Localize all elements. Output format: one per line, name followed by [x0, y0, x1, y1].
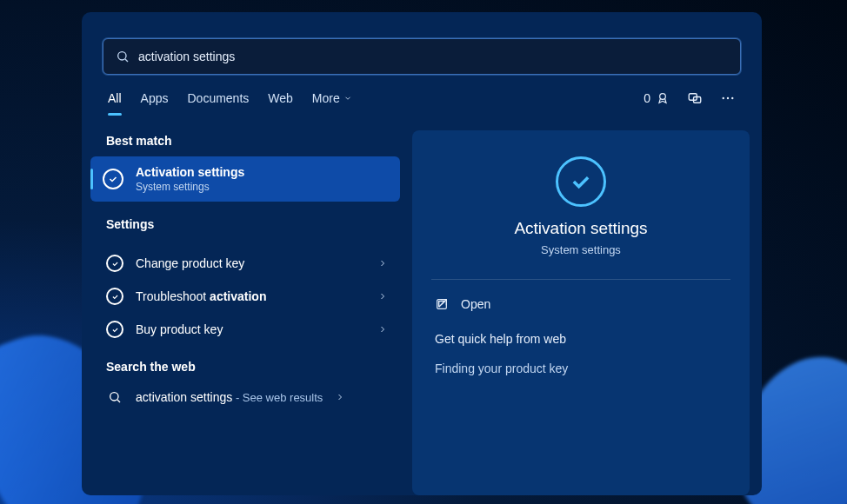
detail-title: Activation settings — [435, 219, 727, 238]
check-circle-icon — [106, 288, 123, 305]
tab-web[interactable]: Web — [268, 91, 293, 116]
search-icon — [108, 390, 122, 404]
more-options-button[interactable] — [720, 90, 736, 106]
tab-all[interactable]: All — [108, 91, 122, 116]
setting-change-product-key[interactable]: Change product key — [90, 247, 403, 280]
search-icon — [116, 50, 130, 63]
chevron-down-icon — [343, 94, 352, 103]
best-match-result[interactable]: Activation settings System settings — [90, 156, 400, 202]
setting-troubleshoot-activation[interactable]: Troubleshoot activation — [90, 280, 403, 313]
setting-label: Change product key — [136, 256, 365, 270]
section-best-match: Best match — [90, 130, 403, 156]
best-match-subtitle: System settings — [136, 181, 244, 193]
open-label: Open — [461, 297, 490, 311]
ellipsis-icon — [720, 90, 736, 106]
check-circle-icon-large — [556, 156, 606, 207]
search-panel: All Apps Documents Web More 0 Best match — [82, 12, 762, 495]
setting-label: Buy product key — [136, 322, 365, 336]
chat-icon — [687, 90, 703, 106]
web-search-result[interactable]: activation settings - See web results — [90, 382, 403, 412]
medal-icon — [656, 91, 670, 105]
check-circle-icon — [106, 321, 123, 338]
web-result-label: activation settings - See web results — [136, 390, 323, 404]
best-match-title: Activation settings — [136, 165, 244, 179]
chevron-right-icon — [377, 258, 388, 269]
chevron-right-icon — [377, 324, 388, 335]
rewards-count: 0 — [644, 91, 650, 105]
tab-apps[interactable]: Apps — [141, 91, 169, 116]
help-link-product-key[interactable]: Finding your product key — [435, 361, 727, 375]
open-action[interactable]: Open — [435, 292, 727, 316]
svg-point-5 — [723, 97, 724, 99]
filter-tabs: All Apps Documents Web More 0 — [82, 75, 762, 116]
tab-documents[interactable]: Documents — [187, 91, 249, 116]
detail-panel: Activation settings System settings Open… — [412, 130, 750, 495]
setting-label: Troubleshoot activation — [136, 289, 365, 303]
svg-point-6 — [727, 97, 729, 99]
search-input[interactable] — [138, 50, 728, 63]
detail-subtitle: System settings — [435, 243, 727, 256]
check-circle-icon — [106, 255, 123, 272]
setting-buy-product-key[interactable]: Buy product key — [90, 313, 403, 346]
chevron-right-icon — [377, 291, 388, 302]
section-search-web: Search the web — [90, 353, 403, 382]
chevron-right-icon — [335, 392, 345, 402]
tab-more[interactable]: More — [312, 91, 352, 116]
svg-line-1 — [125, 59, 128, 62]
results-column: Best match Activation settings System se… — [90, 130, 403, 495]
svg-point-2 — [660, 94, 666, 100]
divider — [431, 279, 730, 280]
check-circle-icon — [103, 169, 123, 189]
help-header: Get quick help from web — [435, 332, 727, 346]
rewards-badge[interactable]: 0 — [644, 91, 670, 105]
chat-icon-button[interactable] — [687, 90, 703, 106]
svg-point-7 — [731, 97, 733, 99]
svg-point-0 — [118, 52, 126, 60]
search-box[interactable] — [103, 38, 741, 75]
section-settings: Settings — [90, 202, 403, 240]
svg-point-8 — [110, 393, 118, 401]
svg-line-9 — [117, 400, 120, 402]
open-external-icon — [435, 297, 449, 311]
